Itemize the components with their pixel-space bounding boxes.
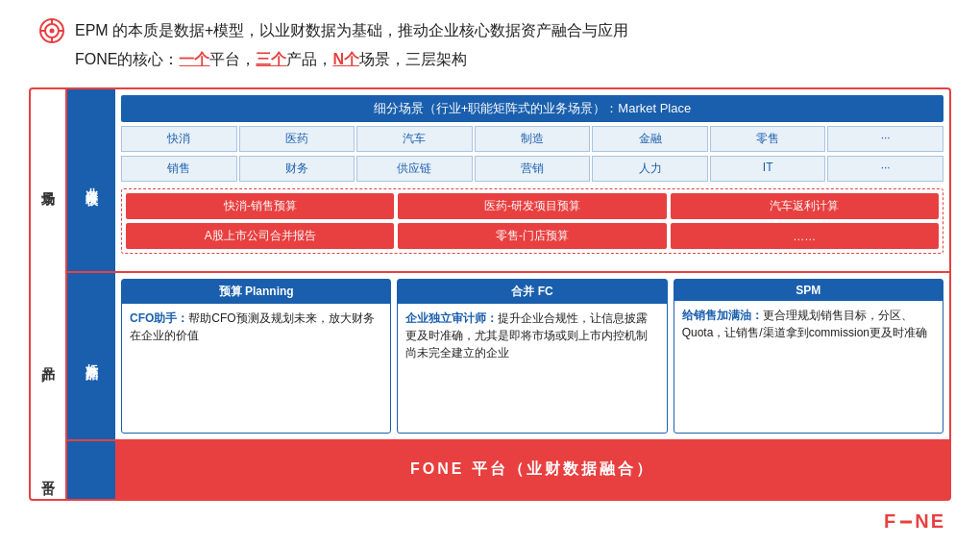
section-chanpin: 标准产品 预算 Planning CFO助手：帮助CFO预测及规划未来，放大财务… — [67, 273, 949, 440]
pingtai-text: 平台， — [209, 51, 256, 67]
label-chanpin: 产品 — [31, 273, 67, 440]
chanpin-text: 产品， — [286, 51, 332, 67]
biaozhun-cpn-label: 标准产品 — [67, 273, 115, 438]
product-card-spm: SPM 给销售加满油：更合理规划销售目标，分区、Quota，让销售/渠道拿到co… — [674, 279, 943, 433]
ind-cell: 汽车 — [356, 126, 473, 152]
orange-boxes-area: 快消-销售预算 医药-研发项目预算 汽车返利计算 A股上市公司合并报告 零售-门… — [121, 188, 943, 254]
orange-box-1: 快消-销售预算 — [126, 193, 394, 219]
ind-cell: 金融 — [592, 126, 708, 152]
product-bold-spm: 给销售加满油： — [682, 309, 763, 322]
industry-grid-row1: 快消 医药 汽车 制造 金融 零售 ··· — [121, 126, 943, 152]
target-icon — [38, 17, 65, 44]
product-body-planning: CFO助手：帮助CFO预测及规划未来，放大财务在企业的价值 — [122, 304, 390, 432]
product-body-spm: 给销售加满油：更合理规划销售目标，分区、Quota，让销售/渠道拿到commis… — [674, 301, 943, 432]
fone-ne: NE — [915, 510, 945, 533]
ind-cell: 医药 — [239, 126, 355, 152]
header-section: EPM 的本质是数据+模型，以业财数据为基础，推动企业核心数据资产融合与应用 F… — [0, 0, 980, 80]
product-bold-planning: CFO助手： — [130, 311, 188, 325]
header-line1: EPM 的本质是数据+模型，以业财数据为基础，推动企业核心数据资产融合与应用 — [38, 17, 942, 44]
fone-logo: F NE — [884, 510, 945, 533]
orange-box-4: A股上市公司合并报告 — [126, 223, 394, 249]
product-header-planning: 预算 Planning — [122, 280, 390, 304]
main-diagram: 场景 产品 平台 业务模板 细分场景（行业+职能矩阵式的业务场景）：Market… — [29, 87, 951, 501]
header-text1: EPM 的本质是数据+模型，以业财数据为基础，推动企业核心数据资产融合与应用 — [75, 21, 628, 41]
right-content: 业务模板 细分场景（行业+职能矩阵式的业务场景）：Market Place 快消… — [67, 89, 949, 499]
changjing-text: 场景，三层架构 — [359, 51, 467, 67]
header-line2: FONE的核心：一个平台，三个产品，N个场景，三层架构 — [38, 50, 942, 70]
ind-cell: 销售 — [121, 156, 237, 182]
orange-box-5: 零售-门店预算 — [398, 223, 666, 249]
yewu-mban-label: 业务模板 — [67, 89, 115, 271]
industry-grid-row2: 销售 财务 供应链 营销 人力 IT ··· — [121, 156, 943, 182]
product-bold-fc: 企业独立审计师： — [405, 311, 498, 325]
ind-cell: 制造 — [475, 126, 591, 152]
ind-cell: 营销 — [475, 156, 591, 182]
pingtai-content: FONE 平台（业财数据融合） — [115, 441, 949, 499]
marketplace-row: 细分场景（行业+职能矩阵式的业务场景）：Market Place — [121, 95, 943, 122]
n-ge: N个 — [332, 51, 359, 67]
product-card-fc: 合并 FC 企业独立审计师：提升企业合规性，让信息披露更及时准确，尤其是即将市场… — [397, 279, 667, 433]
ind-cell: 财务 — [239, 156, 355, 182]
label-pingtai: 平台 — [31, 440, 67, 499]
orange-box-2: 医药-研发项目预算 — [398, 193, 666, 219]
chanpin-content: 预算 Planning CFO助手：帮助CFO预测及规划未来，放大财务在企业的价… — [115, 273, 949, 438]
changjing-content: 细分场景（行业+职能矩阵式的业务场景）：Market Place 快消 医药 汽… — [115, 89, 949, 271]
pingtai-label: FONE 平台（业财数据融合） — [410, 459, 654, 480]
section-pingtai: FONE 平台（业财数据融合） — [67, 441, 949, 499]
orange-box-3: 汽车返利计算 — [671, 193, 939, 219]
ind-cell: ··· — [827, 126, 943, 152]
product-body-fc: 企业独立审计师：提升企业合规性，让信息披露更及时准确，尤其是即将市场或则上市内控… — [398, 304, 666, 432]
label-changjing: 场景 — [31, 89, 67, 273]
ind-cell: ··· — [827, 156, 943, 182]
header-text2: FONE的核心：一个平台，三个产品，N个场景，三层架构 — [38, 50, 467, 70]
pingtai-blue — [67, 441, 115, 499]
product-header-fc: 合并 FC — [398, 280, 666, 304]
ind-cell: 快消 — [121, 126, 237, 152]
left-labels: 场景 产品 平台 — [31, 89, 67, 499]
yi-ge: 一个 — [179, 51, 209, 67]
fone-dash-icon — [898, 512, 914, 532]
fone-core-prefix: FONE的核心： — [75, 51, 179, 67]
ind-cell: 零售 — [710, 126, 826, 152]
product-card-planning: 预算 Planning CFO助手：帮助CFO预测及规划未来，放大财务在企业的价… — [121, 279, 391, 433]
ind-cell: 供应链 — [356, 156, 473, 182]
section-changjing: 业务模板 细分场景（行业+职能矩阵式的业务场景）：Market Place 快消… — [67, 89, 949, 273]
san-ge: 三个 — [256, 51, 286, 67]
orange-box-6: …… — [671, 223, 939, 249]
fone-f: F — [884, 510, 897, 533]
ind-cell: 人力 — [592, 156, 708, 182]
svg-point-2 — [50, 29, 55, 34]
ind-cell: IT — [710, 156, 826, 182]
product-header-spm: SPM — [674, 280, 943, 301]
